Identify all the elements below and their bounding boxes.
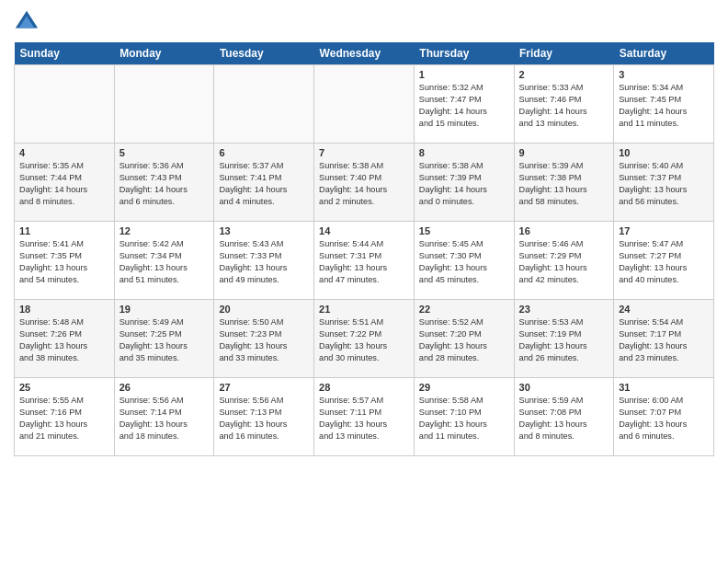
logo (14, 9, 43, 35)
header-day-saturday: Saturday (614, 42, 714, 65)
header-day-thursday: Thursday (414, 42, 514, 65)
day-info: Sunrise: 5:36 AM Sunset: 7:43 PM Dayligh… (119, 160, 210, 208)
day-info: Sunrise: 5:58 AM Sunset: 7:10 PM Dayligh… (419, 395, 509, 442)
day-info: Sunrise: 5:52 AM Sunset: 7:20 PM Dayligh… (419, 316, 509, 364)
day-number: 23 (519, 304, 609, 315)
day-info: Sunrise: 5:54 AM Sunset: 7:17 PM Dayligh… (619, 316, 709, 364)
day-number: 18 (19, 304, 109, 315)
day-number: 16 (519, 225, 609, 236)
day-info: Sunrise: 5:39 AM Sunset: 7:38 PM Dayligh… (519, 160, 609, 208)
day-number: 25 (19, 382, 109, 393)
day-info: Sunrise: 5:53 AM Sunset: 7:19 PM Dayligh… (519, 316, 609, 364)
day-info: Sunrise: 5:47 AM Sunset: 7:27 PM Dayligh… (619, 238, 709, 286)
day-info: Sunrise: 5:32 AM Sunset: 7:47 PM Dayligh… (419, 82, 509, 130)
logo-icon (14, 9, 40, 35)
calendar-header: SundayMondayTuesdayWednesdayThursdayFrid… (15, 42, 714, 65)
calendar-cell: 3Sunrise: 5:34 AM Sunset: 7:45 PM Daylig… (614, 65, 714, 144)
calendar-cell: 8Sunrise: 5:38 AM Sunset: 7:39 PM Daylig… (414, 144, 514, 222)
day-info: Sunrise: 5:56 AM Sunset: 7:14 PM Dayligh… (119, 395, 210, 442)
calendar-cell: 13Sunrise: 5:43 AM Sunset: 7:33 PM Dayli… (214, 222, 314, 300)
day-number: 31 (619, 382, 709, 393)
page-header (14, 9, 714, 35)
day-number: 28 (319, 382, 409, 393)
day-number: 5 (119, 147, 210, 158)
header-day-wednesday: Wednesday (314, 42, 415, 65)
day-info: Sunrise: 5:59 AM Sunset: 7:08 PM Dayligh… (519, 395, 609, 442)
header-day-monday: Monday (114, 42, 214, 65)
day-number: 22 (419, 304, 509, 315)
calendar-cell: 20Sunrise: 5:50 AM Sunset: 7:23 PM Dayli… (214, 300, 314, 378)
day-number: 3 (619, 69, 709, 80)
calendar-cell: 18Sunrise: 5:48 AM Sunset: 7:26 PM Dayli… (15, 300, 115, 378)
calendar-cell: 2Sunrise: 5:33 AM Sunset: 7:46 PM Daylig… (514, 65, 614, 144)
day-info: Sunrise: 5:56 AM Sunset: 7:13 PM Dayligh… (219, 395, 309, 442)
calendar-cell: 11Sunrise: 5:41 AM Sunset: 7:35 PM Dayli… (15, 222, 115, 300)
header-day-sunday: Sunday (15, 42, 115, 65)
day-info: Sunrise: 5:42 AM Sunset: 7:34 PM Dayligh… (119, 238, 210, 286)
calendar-cell: 16Sunrise: 5:46 AM Sunset: 7:29 PM Dayli… (514, 222, 614, 300)
calendar-week-1: 1Sunrise: 5:32 AM Sunset: 7:47 PM Daylig… (15, 65, 714, 144)
calendar-cell: 21Sunrise: 5:51 AM Sunset: 7:22 PM Dayli… (314, 300, 415, 378)
calendar-cell: 1Sunrise: 5:32 AM Sunset: 7:47 PM Daylig… (414, 65, 514, 144)
calendar-cell: 24Sunrise: 5:54 AM Sunset: 7:17 PM Dayli… (614, 300, 714, 378)
day-number: 4 (19, 147, 109, 158)
calendar-cell: 9Sunrise: 5:39 AM Sunset: 7:38 PM Daylig… (514, 144, 614, 222)
calendar-cell: 4Sunrise: 5:35 AM Sunset: 7:44 PM Daylig… (15, 144, 115, 222)
calendar-cell: 6Sunrise: 5:37 AM Sunset: 7:41 PM Daylig… (214, 144, 314, 222)
calendar-table: SundayMondayTuesdayWednesdayThursdayFrid… (14, 42, 714, 456)
calendar-cell: 26Sunrise: 5:56 AM Sunset: 7:14 PM Dayli… (114, 378, 214, 456)
day-number: 17 (619, 225, 709, 236)
day-number: 27 (219, 382, 309, 393)
calendar-cell: 12Sunrise: 5:42 AM Sunset: 7:34 PM Dayli… (114, 222, 214, 300)
day-info: Sunrise: 6:00 AM Sunset: 7:07 PM Dayligh… (619, 395, 709, 442)
day-info: Sunrise: 5:41 AM Sunset: 7:35 PM Dayligh… (19, 238, 109, 286)
day-number: 20 (219, 304, 309, 315)
day-info: Sunrise: 5:45 AM Sunset: 7:30 PM Dayligh… (419, 238, 509, 286)
day-number: 11 (19, 225, 109, 236)
calendar-cell: 22Sunrise: 5:52 AM Sunset: 7:20 PM Dayli… (414, 300, 514, 378)
calendar-cell: 25Sunrise: 5:55 AM Sunset: 7:16 PM Dayli… (15, 378, 115, 456)
day-number: 13 (219, 225, 309, 236)
day-number: 29 (419, 382, 509, 393)
calendar-cell (314, 65, 415, 144)
day-number: 8 (419, 147, 509, 158)
day-info: Sunrise: 5:38 AM Sunset: 7:39 PM Dayligh… (419, 160, 509, 208)
day-number: 21 (319, 304, 409, 315)
day-info: Sunrise: 5:49 AM Sunset: 7:25 PM Dayligh… (119, 316, 210, 364)
day-number: 2 (519, 69, 609, 80)
calendar-cell: 7Sunrise: 5:38 AM Sunset: 7:40 PM Daylig… (314, 144, 415, 222)
day-info: Sunrise: 5:34 AM Sunset: 7:45 PM Dayligh… (619, 82, 709, 130)
day-number: 24 (619, 304, 709, 315)
calendar-cell: 28Sunrise: 5:57 AM Sunset: 7:11 PM Dayli… (314, 378, 415, 456)
calendar-cell: 31Sunrise: 6:00 AM Sunset: 7:07 PM Dayli… (614, 378, 714, 456)
calendar-cell (214, 65, 314, 144)
day-info: Sunrise: 5:55 AM Sunset: 7:16 PM Dayligh… (19, 395, 109, 442)
header-day-friday: Friday (514, 42, 614, 65)
calendar-body: 1Sunrise: 5:32 AM Sunset: 7:47 PM Daylig… (15, 65, 714, 456)
day-info: Sunrise: 5:35 AM Sunset: 7:44 PM Dayligh… (19, 160, 109, 208)
calendar-cell: 19Sunrise: 5:49 AM Sunset: 7:25 PM Dayli… (114, 300, 214, 378)
day-info: Sunrise: 5:51 AM Sunset: 7:22 PM Dayligh… (319, 316, 409, 364)
day-number: 19 (119, 304, 210, 315)
calendar-week-2: 4Sunrise: 5:35 AM Sunset: 7:44 PM Daylig… (15, 144, 714, 222)
calendar-cell: 30Sunrise: 5:59 AM Sunset: 7:08 PM Dayli… (514, 378, 614, 456)
calendar-cell: 14Sunrise: 5:44 AM Sunset: 7:31 PM Dayli… (314, 222, 415, 300)
calendar-cell: 23Sunrise: 5:53 AM Sunset: 7:19 PM Dayli… (514, 300, 614, 378)
header-day-tuesday: Tuesday (214, 42, 314, 65)
day-number: 6 (219, 147, 309, 158)
day-info: Sunrise: 5:40 AM Sunset: 7:37 PM Dayligh… (619, 160, 709, 208)
day-info: Sunrise: 5:46 AM Sunset: 7:29 PM Dayligh… (519, 238, 609, 286)
calendar-cell: 5Sunrise: 5:36 AM Sunset: 7:43 PM Daylig… (114, 144, 214, 222)
day-number: 15 (419, 225, 509, 236)
day-number: 26 (119, 382, 210, 393)
day-number: 14 (319, 225, 409, 236)
day-info: Sunrise: 5:48 AM Sunset: 7:26 PM Dayligh… (19, 316, 109, 364)
day-number: 7 (319, 147, 409, 158)
day-number: 30 (519, 382, 609, 393)
day-info: Sunrise: 5:50 AM Sunset: 7:23 PM Dayligh… (219, 316, 309, 364)
calendar-cell (15, 65, 115, 144)
day-info: Sunrise: 5:38 AM Sunset: 7:40 PM Dayligh… (319, 160, 409, 208)
calendar-cell: 17Sunrise: 5:47 AM Sunset: 7:27 PM Dayli… (614, 222, 714, 300)
day-info: Sunrise: 5:44 AM Sunset: 7:31 PM Dayligh… (319, 238, 409, 286)
calendar-week-3: 11Sunrise: 5:41 AM Sunset: 7:35 PM Dayli… (15, 222, 714, 300)
